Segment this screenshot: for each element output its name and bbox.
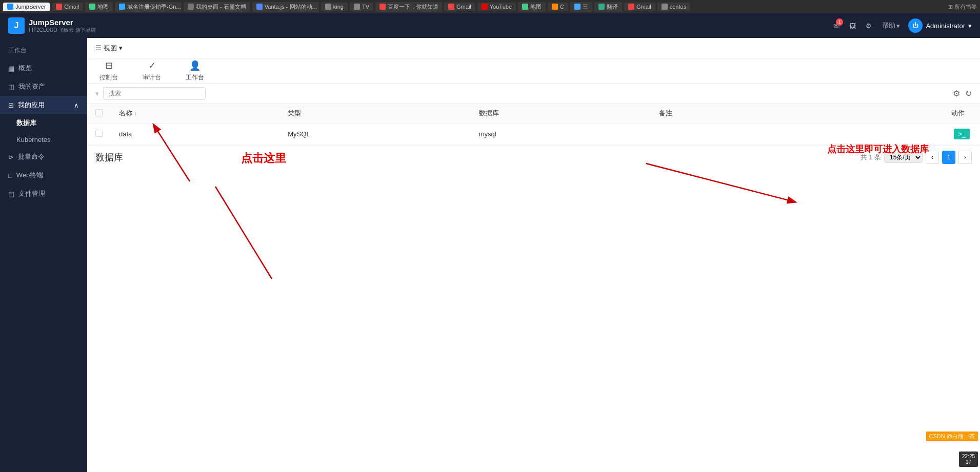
row-note [651,124,798,145]
tab-favicon [354,4,360,10]
row-action: >_ [797,124,980,145]
sidebar-item-overview[interactable]: ▦ 概览 [0,59,87,77]
overview-icon: ▦ [8,65,14,72]
settings-icon[interactable]: ⚙ [864,20,874,31]
browser-tab[interactable]: 地图 [518,2,546,12]
tab-favicon [448,4,454,10]
table-row: data MySQL mysql >_ [87,124,980,145]
logo-icon: J [8,17,25,34]
view-toggle[interactable]: ☰ 视图 ▾ [95,44,123,53]
refresh-icon[interactable]: ↻ [965,89,972,98]
next-page-btn[interactable]: › [958,151,972,164]
sidebar-group-apps-header[interactable]: ⊞ 我的应用 ∧ [0,96,87,114]
browser-tab[interactable]: Gmail [624,3,655,11]
settings-table-icon[interactable]: ⚙ [953,89,960,98]
audit-icon: ✓ [148,60,156,71]
browser-tab[interactable]: 三 [570,2,592,12]
time-widget: 22:25 17 [959,452,978,467]
tab-favicon [522,4,528,10]
help-button[interactable]: 帮助 ▾ [880,20,902,31]
csdn-watermark: CSDN @白熊一茶 [926,432,978,441]
browser-tab[interactable]: centos [657,3,690,11]
browser-tab[interactable]: Vanta.js - 网站的动... [252,2,319,12]
chevron-up-icon: ∧ [74,101,79,109]
time-hour: 22:25 [962,454,975,459]
tab-favicon [482,4,488,10]
sidebar-item-database[interactable]: 数据库 [0,114,87,132]
sidebar-item-batch-cmd[interactable]: ⊳ 批量命令 [0,148,87,166]
tab-favicon [598,4,605,10]
file-icon: ▤ [8,190,14,198]
browser-controls: ⊞ 所有书签 [948,3,977,11]
tab-favicon [662,4,668,10]
pagination-bar: 数据库 共 1 条 15条/页 ‹ 1 › [87,145,980,169]
svg-line-2 [646,163,795,202]
browser-bar: JumpServer Gmail 地图 域名注册促销季-Gn... 我的桌面 -… [0,0,980,13]
browser-tab[interactable]: C [548,3,568,11]
page-1-btn[interactable]: 1 [942,151,955,164]
browser-tab[interactable]: 地图 [85,2,113,12]
browser-tab[interactable]: Gmail [444,3,475,11]
sidebar-item-file-manager[interactable]: ▤ 文件管理 [0,184,87,203]
browser-tab[interactable]: Gmail [52,3,83,11]
tab-console[interactable]: ⊟ 控制台 [95,58,122,84]
content-area: ☰ 视图 ▾ ⊟ 控制台 ✓ 审计台 👤 工作台 [87,38,980,472]
tab-favicon [628,4,634,10]
row-type: MySQL [279,124,470,145]
browser-tab[interactable]: TV [350,3,373,11]
console-icon: ⊟ [105,60,113,71]
browser-tab-youtube[interactable]: YouTube [477,3,516,11]
db-label: 数据库 [95,151,123,163]
tab-workspace[interactable]: 👤 工作台 [182,58,208,84]
sidebar-item-assets[interactable]: ◫ 我的资产 [0,77,87,96]
data-table: 名称 ↕ 类型 数据库 备注 动作 data [87,104,980,145]
connect-button[interactable]: >_ [954,129,970,139]
tab-favicon [574,4,581,10]
row-database: mysql [471,124,651,145]
browser-tab[interactable]: 翻译 [594,2,622,12]
browser-tab[interactable]: 域名注册促销季-Gn... [115,2,182,12]
sidebar-item-web-terminal[interactable]: □ Web终端 [0,166,87,184]
top-nav-right: ✉ 1 🖼 ⚙ 帮助 ▾ ⏻ Administrator ▾ [831,18,972,33]
browser-tab[interactable]: king [321,3,348,11]
th-action: 动作 [797,104,980,124]
admin-button[interactable]: ⏻ Administrator ▾ [908,18,972,33]
pagination: 共 1 条 15条/页 ‹ 1 › [861,151,972,164]
sidebar: 工作台 ▦ 概览 ◫ 我的资产 ⊞ 我的应用 ∧ 数据库 [0,38,87,472]
tab-favicon [552,4,558,10]
notification-icon[interactable]: ✉ 1 [831,20,841,31]
tab-audit[interactable]: ✓ 审计台 [138,58,165,84]
th-checkbox [87,104,111,124]
search-bar: ▾ [95,87,206,100]
row-name: data [111,124,279,145]
row-checkbox [87,124,111,145]
search-icon: ▾ [95,90,99,97]
tab-favicon [119,4,125,10]
table-area: ▾ ⚙ ↻ 名称 ↕ [87,84,980,472]
active-tab[interactable]: JumpServer [3,3,50,11]
browser-tab[interactable]: 我的桌面 - 石墨文档 [184,2,250,12]
sidebar-group-apps: ⊞ 我的应用 ∧ 数据库 Kubernetes [0,96,87,148]
search-input[interactable] [103,87,206,99]
browser-tab[interactable]: 百度一下，你就知道 [375,2,442,12]
svg-line-1 [215,187,272,279]
workspace-label: 工作台 [0,38,87,59]
sidebar-item-kubernetes[interactable]: Kubernetes [0,132,87,148]
view-bar: ☰ 视图 ▾ [87,38,980,58]
view-icon: ☰ [95,44,102,52]
tab-favicon [325,4,331,10]
apps-icon: ⊞ [8,101,14,109]
prev-page-btn[interactable]: ‹ [926,151,939,164]
top-nav: J JumpServer FIT2CLOUD 飞致云 旗下品牌 ✉ 1 🖼 ⚙ … [0,13,980,38]
image-icon[interactable]: 🖼 [847,20,857,31]
th-note: 备注 [651,104,798,124]
workspace-icon: 👤 [189,60,201,71]
page-size-select[interactable]: 15条/页 [884,152,923,163]
chevron-down-icon: ▾ [119,44,123,52]
th-database: 数据库 [471,104,651,124]
tab-favicon [256,4,263,10]
time-date: 17 [962,459,975,465]
batch-icon: ⊳ [8,153,14,161]
th-name: 名称 ↕ [111,104,279,124]
tab-favicon [7,4,13,10]
